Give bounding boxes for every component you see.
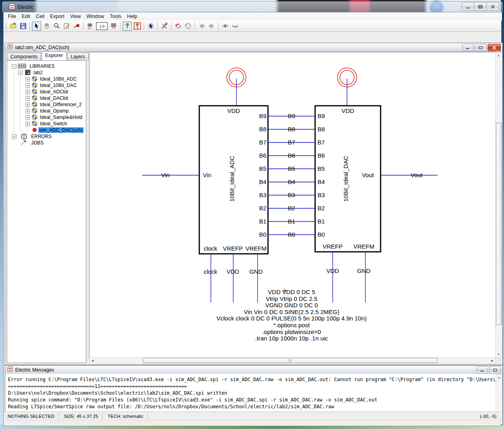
hscroll-thumb[interactable] — [143, 358, 438, 363]
net-label-B5[interactable]: B5 — [288, 165, 295, 172]
adc-vdd-pin-label[interactable]: VDD — [227, 107, 240, 114]
dac-instance-title[interactable]: 10Bit_Ideal_DAC — [342, 156, 349, 202]
adc-bottom-pin-VREFP[interactable]: VREFP — [223, 245, 243, 252]
adc-pin-label-B6[interactable]: B6 — [259, 152, 266, 159]
spice-card-line-3[interactable]: Vin Vin 0 DC 0 SINE(2.5 2.5 2MEG) — [244, 308, 339, 315]
dac-vout-pin-label[interactable]: Vout — [362, 172, 374, 178]
adc-pin-label-B0[interactable]: B0 — [259, 231, 266, 238]
tree-cell-ideal_10bit_adc[interactable]: +Ideal_10Bit_ADC — [7, 76, 86, 82]
spice-card-line-2[interactable]: VGND GND 0 DC 0 — [265, 302, 318, 308]
adc-bottom-net-VDD[interactable]: VDD — [226, 268, 239, 275]
schematic-canvas[interactable]: VDDVDD10Bit_Ideal_ADC10Bit_Ideal_DACB9B9… — [89, 52, 496, 358]
adc-vin-pin-label[interactable]: Vin — [203, 172, 211, 178]
scroll-up-icon[interactable]: ▲ — [496, 374, 502, 380]
scroll-up-icon[interactable]: ▲ — [496, 52, 502, 58]
adc-pin-label-B5[interactable]: B5 — [259, 165, 266, 172]
port-export-on-icon[interactable] — [123, 22, 132, 31]
scroll-down-icon[interactable]: ▼ — [496, 351, 502, 357]
tab-components[interactable]: Components — [7, 53, 41, 60]
tree-label[interactable]: Ideal_DACbit — [39, 95, 69, 101]
scroll-right-icon[interactable]: ▶ — [489, 358, 495, 364]
expand-box-icon[interactable]: + — [12, 134, 16, 139]
adc-bottom-net-GND[interactable]: GND — [249, 268, 263, 275]
grid-fine-icon[interactable] — [109, 22, 118, 31]
expand-box-icon[interactable]: + — [26, 77, 30, 81]
menu-export[interactable]: Export — [47, 13, 67, 20]
edit-minimize-button[interactable] — [462, 44, 474, 51]
back-icon[interactable] — [197, 22, 206, 31]
net-label-B7[interactable]: B7 — [288, 139, 295, 146]
scroll-left-icon[interactable]: ◀ — [89, 358, 95, 364]
spice-card-line-5[interactable]: *.options post — [274, 322, 310, 328]
dac-pin-label-B7[interactable]: B7 — [317, 139, 325, 146]
menu-cell[interactable]: Cell — [33, 13, 48, 20]
cleanup-tools-icon[interactable] — [160, 22, 169, 31]
edit-maximize-button[interactable] — [475, 44, 486, 51]
tree-label[interactable]: ERRORS — [30, 134, 52, 139]
adc-pin-label-B3[interactable]: B3 — [259, 192, 266, 198]
special-select-icon[interactable] — [146, 22, 155, 31]
tree-cell-ideal_sample&hold[interactable]: +Ideal_Sample&Hold — [7, 114, 86, 121]
edit-window-titlebar[interactable]: lab2:sim_ADC_DAC{sch} — [5, 43, 502, 52]
net-label-B2[interactable]: B2 — [288, 205, 295, 212]
dac-bottom-net-GND[interactable]: GND — [357, 267, 371, 274]
adc-pin-label-B7[interactable]: B7 — [259, 139, 266, 146]
tree-root-jobs[interactable]: JOBS — [7, 140, 86, 146]
tree-cell-ideal_switch[interactable]: +Ideal_Switch — [7, 121, 86, 127]
dac-pin-label-B9[interactable]: B9 — [317, 113, 325, 119]
expand-eye-open-icon[interactable] — [220, 22, 230, 31]
pan-icon[interactable] — [42, 22, 51, 31]
expand-box-icon[interactable]: + — [26, 115, 30, 120]
save-library-icon[interactable] — [18, 22, 28, 31]
dac-pin-label-B3[interactable]: B3 — [317, 192, 325, 198]
collapse-box-icon[interactable]: − — [18, 71, 23, 75]
app-titlebar[interactable]: Electric — [2, 1, 503, 12]
edit-cell-icon[interactable] — [62, 22, 71, 31]
tab-layers[interactable]: Layers — [67, 53, 89, 60]
tree-library-lab2[interactable]: −lab2 — [7, 69, 86, 76]
tree-cell-ideal_adcbit[interactable]: +Ideal_ADCbit — [7, 89, 86, 95]
dac-pin-label-B1[interactable]: B1 — [317, 218, 325, 225]
vout-net-label[interactable]: Vout — [411, 172, 423, 178]
adc-pin-label-B2[interactable]: B2 — [259, 205, 266, 212]
port-export-off-icon[interactable] — [133, 22, 142, 31]
net-label-B6[interactable]: B6 — [288, 152, 295, 159]
menu-window[interactable]: Window — [83, 13, 107, 20]
tree-label[interactable]: JOBS — [30, 140, 44, 146]
messages-minimize-button[interactable] — [476, 366, 488, 374]
adc-pin-label-B8[interactable]: B8 — [259, 126, 266, 132]
zoom-icon[interactable] — [52, 22, 61, 31]
expand-box-icon[interactable]: + — [26, 103, 30, 107]
explorer-tree[interactable]: −LIBRARIES−lab2+Ideal_10Bit_ADC+Ideal_10… — [7, 60, 86, 363]
dac-pin-label-B8[interactable]: B8 — [317, 126, 325, 132]
tree-root-errors[interactable]: +ERRORS — [7, 133, 86, 140]
net-label-B1[interactable]: B1 — [288, 218, 295, 225]
tree-label[interactable]: sim_ADC_DAC{sch} — [38, 127, 83, 133]
canvas-vertical-scrollbar[interactable]: ▲ ▼ — [495, 52, 502, 358]
dac-bottom-net-VDD[interactable]: VDD — [326, 267, 339, 274]
edit-close-button[interactable] — [488, 44, 501, 51]
tree-label[interactable]: Ideal_Differencer_2 — [39, 102, 83, 107]
app-close-button[interactable] — [487, 2, 499, 11]
repair-libraries-icon[interactable] — [183, 22, 192, 31]
dac-pin-label-B5[interactable]: B5 — [317, 165, 325, 172]
vin-net-label[interactable]: Vin — [161, 172, 169, 178]
sync-libraries-icon[interactable] — [173, 22, 183, 31]
net-label-B8[interactable]: B8 — [288, 126, 295, 132]
menu-edit[interactable]: Edit — [19, 13, 33, 20]
dac-pin-label-B0[interactable]: B0 — [317, 231, 325, 238]
cursor-select-icon[interactable] — [32, 22, 41, 31]
adc-instance-title[interactable]: 10Bit_Ideal_ADC — [228, 156, 235, 202]
adc-bottom-pin-clock[interactable]: clock — [204, 245, 218, 252]
spice-card-line-6[interactable]: .options plotwinsize=0 — [262, 328, 321, 335]
tree-cell-ideal_10bit_dac[interactable]: +Ideal_10Bit_DAC — [7, 82, 86, 89]
expand-eye-closed-icon[interactable] — [230, 22, 240, 31]
app-maximize-button[interactable] — [474, 2, 487, 11]
vscroll-thumb[interactable] — [496, 123, 502, 325]
spice-card-line-7[interactable]: .tran 10p 1000n 10p .1n uic — [255, 335, 328, 342]
net-label-B9[interactable]: B9 — [288, 113, 295, 119]
open-library-icon[interactable] — [8, 22, 18, 31]
probe-icon[interactable] — [72, 22, 81, 31]
tree-label[interactable]: Ideal_Switch — [39, 121, 68, 127]
tree-cell-ideal_dacbit[interactable]: +Ideal_DACbit — [7, 95, 86, 101]
